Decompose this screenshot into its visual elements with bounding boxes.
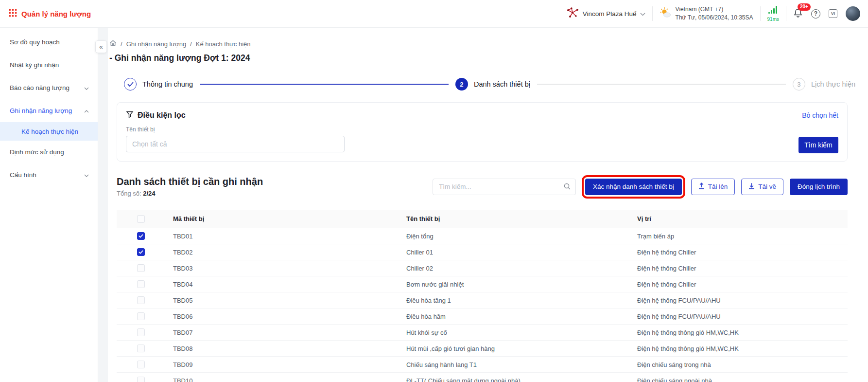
device-code: TBD08	[165, 345, 399, 352]
search-icon	[563, 182, 571, 192]
app-brand: Quản lý năng lượng	[9, 9, 91, 19]
row-checkbox[interactable]	[137, 377, 145, 382]
device-location: Điện hệ thống Chiller	[629, 249, 848, 256]
row-checkbox[interactable]	[137, 280, 145, 288]
device-name: Bơm nước giải nhiệt	[399, 281, 629, 288]
table-search-input[interactable]	[433, 179, 576, 195]
device-location: Điện chiếu sáng ngoài nhà	[629, 377, 848, 382]
row-checkbox[interactable]	[137, 312, 145, 320]
clear-all-link[interactable]: Bỏ chọn hết	[802, 111, 838, 119]
device-code: TBD10	[165, 377, 399, 382]
bell-icon	[793, 11, 803, 19]
timezone-block: Vietnam (GMT +7) Thứ Tư, 05/06/2024, 10:…	[660, 5, 753, 22]
device-name: Điện tổng	[399, 233, 629, 240]
table-row: TBD07Hút khói sự cốĐiện hệ thống thông g…	[117, 325, 848, 341]
row-checkbox[interactable]	[137, 232, 145, 240]
chevron-down-icon	[640, 9, 645, 18]
apps-grid-icon[interactable]	[9, 9, 17, 19]
device-name: Chiller 01	[399, 249, 629, 256]
column-header-name: Tên thiết bị	[399, 215, 629, 222]
vincom-logo-icon	[566, 7, 579, 20]
row-checkbox[interactable]	[137, 328, 145, 336]
device-location: Điện chiếu sáng trong nhà	[629, 361, 848, 368]
device-code: TBD02	[165, 249, 399, 256]
search-button[interactable]: Tìm kiếm	[799, 137, 838, 153]
table-row: TBD02Chiller 01Điện hệ thống Chiller	[117, 244, 848, 260]
table-row: TBD10ĐL-TT( Chiếu sáng mặt dựng ngoài nh…	[117, 373, 848, 382]
breadcrumb-ke-hoach-thuc-hien[interactable]: Kế hoạch thực hiện	[196, 40, 251, 48]
upload-button[interactable]: Tải lên	[691, 179, 735, 195]
step-check-icon	[124, 78, 137, 91]
step-connector	[200, 84, 449, 85]
signal-bars-icon	[768, 5, 779, 16]
home-icon[interactable]	[109, 39, 117, 48]
step-thong-tin-chung[interactable]: Thông tin chung	[124, 78, 193, 91]
sidebar-collapse-button[interactable]: «	[95, 40, 107, 53]
breadcrumb: / Ghi nhận năng lượng / Kế hoạch thực hi…	[109, 39, 868, 48]
site-name: Vincom Plaza Huế	[583, 10, 637, 18]
sidebar-item-ghi-nhan-nang-luong[interactable]: Ghi nhận năng lượng	[0, 99, 98, 122]
device-location: Điện hệ thống FCU/PAU/AHU	[629, 313, 848, 320]
breadcrumb-ghi-nhan-nang-luong[interactable]: Ghi nhận năng lượng	[126, 40, 186, 48]
device-code: TBD01	[165, 233, 399, 240]
step-danh-sach-thiet-bi[interactable]: 2 Danh sách thiết bị	[455, 78, 530, 91]
sidebar-item-ke-hoach-thuc-hien[interactable]: Kế hoạch thực hiện	[0, 122, 98, 141]
list-title: Danh sách thiết bị cần ghi nhận	[117, 176, 263, 187]
table-row: TBD06Điều hòa hầmĐiện hệ thống FCU/PAU/A…	[117, 309, 848, 325]
device-name: Hút khói sự cố	[399, 329, 629, 336]
device-location: Trạm biến áp	[629, 233, 848, 240]
device-code: TBD06	[165, 313, 399, 320]
page-title: - Ghi nhận năng lượng Đợt 1: 2024	[109, 53, 868, 63]
breadcrumb-separator: /	[190, 40, 192, 48]
sidebar-gutter: «	[98, 28, 108, 382]
latency-label: 91ms	[767, 17, 779, 22]
weather-sun-icon	[660, 7, 672, 21]
list-title-block: Danh sách thiết bị cần ghi nhận Tổng số:…	[117, 176, 263, 197]
device-location: Điện hệ thống Chiller	[629, 281, 848, 288]
table-body: TBD01Điện tổngTrạm biến ápTBD02Chiller 0…	[117, 228, 848, 382]
language-toggle[interactable]: VI	[829, 9, 837, 18]
sidebar-item-dinh-muc-su-dung[interactable]: Định mức sử dụng	[0, 141, 98, 164]
close-schedule-button[interactable]: Đóng lịch trình	[790, 179, 848, 195]
step-number: 3	[793, 78, 805, 91]
notification-badge: 20+	[798, 3, 811, 11]
site-selector[interactable]: Vincom Plaza Huế	[566, 7, 645, 20]
divider	[652, 6, 653, 21]
breadcrumb-separator: /	[121, 40, 122, 48]
divider	[760, 6, 761, 21]
network-status: 91ms	[767, 5, 779, 22]
chevron-up-icon	[84, 107, 89, 114]
row-checkbox[interactable]	[137, 345, 145, 352]
notifications-button[interactable]: 20+	[793, 8, 803, 20]
sidebar-item-bao-cao-nang-luong[interactable]: Báo cáo năng lượng	[0, 76, 98, 99]
device-code: TBD07	[165, 329, 399, 336]
row-checkbox[interactable]	[137, 248, 145, 256]
chevron-down-icon	[84, 84, 89, 91]
table-row: TBD09Chiếu sáng hành lang T1Điện chiếu s…	[117, 357, 848, 373]
user-avatar[interactable]	[846, 6, 860, 21]
row-checkbox[interactable]	[137, 296, 145, 304]
step-number: 2	[455, 78, 468, 91]
device-location: Điện hệ thống thông gió HM,WC,HK	[629, 329, 848, 336]
confirm-device-list-button[interactable]: Xác nhận danh sách thiết bị	[585, 179, 682, 195]
sidebar-item-nhat-ky-ghi-nhan[interactable]: Nhật ký ghi nhận	[0, 54, 98, 76]
device-name-label: Tên thiết bị	[126, 126, 838, 133]
device-name: Điều hòa tầng 1	[399, 297, 629, 304]
download-button[interactable]: Tải về	[741, 179, 783, 195]
device-name: ĐL-TT( Chiếu sáng mặt dựng ngoài nhà)	[399, 377, 629, 382]
table-row: TBD05Điều hòa tầng 1Điện hệ thống FCU/PA…	[117, 292, 848, 309]
row-checkbox[interactable]	[137, 264, 145, 272]
column-header-code: Mã thiết bị	[165, 215, 399, 222]
select-all-checkbox[interactable]	[137, 215, 145, 223]
device-name-input[interactable]	[126, 136, 345, 152]
sidebar-item-so-do-quy-hoach[interactable]: Sơ đồ quy hoạch	[0, 31, 98, 54]
table-row: TBD04Bơm nước giải nhiệtĐiện hệ thống Ch…	[117, 276, 848, 292]
table-row: TBD08Hút mùi ,cấp gió tươi gian hàngĐiện…	[117, 341, 848, 357]
sidebar-item-cau-hinh[interactable]: Cấu hình	[0, 164, 98, 186]
step-lich-thuc-hien[interactable]: 3 Lịch thực hiện	[793, 78, 855, 91]
row-checkbox[interactable]	[137, 361, 145, 368]
device-location: Điện hệ thống Chiller	[629, 265, 848, 272]
main-content: / Ghi nhận năng lượng / Kế hoạch thực hi…	[108, 28, 868, 382]
download-icon	[748, 182, 755, 191]
help-button[interactable]: ?	[811, 9, 820, 18]
